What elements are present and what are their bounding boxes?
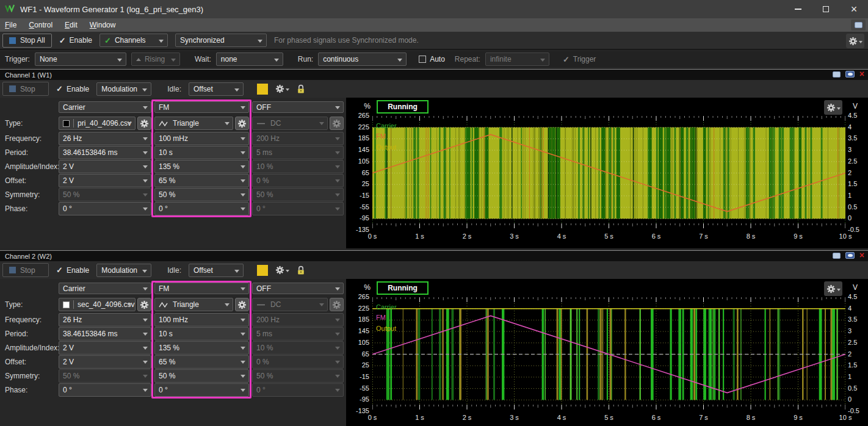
- period-value: 10 s: [159, 148, 173, 157]
- channel-1-controls: Stop ✓ Enable Modulation Idle: Offset: [0, 80, 868, 98]
- time-tick-label: 8 s: [737, 414, 764, 421]
- close-channel-icon[interactable]: ×: [859, 252, 864, 259]
- ch2-off-phase-dropdown: 0 °: [252, 383, 344, 397]
- ch1-carrier-mode-dropdown[interactable]: Carrier: [59, 101, 151, 113]
- enable-checkbox[interactable]: ✓ Enable: [56, 265, 89, 275]
- options-gear-button[interactable]: [846, 34, 864, 48]
- ch1-carrier-frequency-dropdown[interactable]: 26 Hz: [59, 132, 151, 145]
- ch1-fm-frequency-dropdown[interactable]: 100 mHz: [154, 132, 249, 145]
- workspace-button[interactable]: [851, 20, 866, 31]
- plot-settings-button[interactable]: [824, 281, 842, 296]
- ch1-fm-offset-dropdown[interactable]: 65 %: [154, 174, 249, 187]
- ch1-carrier-offset-dropdown[interactable]: 2 V: [59, 174, 151, 187]
- lock-icon[interactable]: [297, 265, 305, 275]
- ch2-fm-symmetry-dropdown[interactable]: 50 %: [154, 369, 249, 383]
- ch2-fm-frequency-dropdown[interactable]: 100 mHz: [154, 313, 249, 327]
- ch2-fm-mode-dropdown[interactable]: FM: [154, 283, 249, 294]
- menu-file[interactable]: File: [5, 21, 16, 29]
- show-plot-icon[interactable]: [845, 252, 855, 259]
- wait-dropdown[interactable]: none: [216, 52, 283, 66]
- ch2-carrier-type-gear-button[interactable]: [137, 298, 151, 311]
- channel-settings-gear-button[interactable]: [275, 84, 289, 93]
- ch2-carrier-amplitude-index-dropdown[interactable]: 2 V: [59, 341, 151, 355]
- mode-dropdown[interactable]: Modulation: [96, 264, 151, 277]
- auto-checkbox[interactable]: Auto: [419, 55, 445, 63]
- idle-dropdown[interactable]: Offset: [189, 264, 244, 277]
- stop-label: Stop: [20, 266, 35, 275]
- gear-icon: [275, 84, 284, 93]
- ch1-fm-type-gear-button[interactable]: [235, 117, 249, 130]
- ch2-carrier-mode-dropdown[interactable]: Carrier: [59, 283, 151, 294]
- svg-text:FM: FM: [376, 314, 386, 321]
- percent-tick-label: 225: [346, 305, 369, 312]
- ch1-fm-type-dropdown[interactable]: Triangle: [154, 117, 233, 130]
- channel-2-waveform-plot[interactable]: %RunningV2652251851451056525-15-55-95-13…: [346, 279, 868, 426]
- channel-1-waveform-plot[interactable]: %RunningV2652251851451056525-15-55-95-13…: [346, 98, 868, 248]
- amplitude-index-value: 135 %: [159, 344, 179, 352]
- channel-color-swatch[interactable]: [257, 84, 268, 95]
- amplitude-index-value: 2 V: [63, 344, 74, 352]
- menu-window[interactable]: Window: [90, 21, 116, 29]
- channel-color-swatch[interactable]: [257, 265, 268, 276]
- ch1-carrier-type-dropdown[interactable]: pri_40_4096.csv: [59, 117, 136, 130]
- trigger-source-dropdown[interactable]: None: [35, 52, 126, 66]
- ch1-carrier-amplitude-index-dropdown[interactable]: 2 V: [59, 160, 151, 173]
- symmetry-value: 50 %: [256, 372, 273, 380]
- ch2-carrier-offset-dropdown[interactable]: 2 V: [59, 355, 151, 369]
- lock-icon[interactable]: [297, 84, 305, 94]
- ch2-off-frequency-dropdown: 200 Hz: [252, 313, 344, 327]
- gear-icon: [826, 103, 836, 112]
- waveform-canvas[interactable]: CarrierFMOutput: [372, 297, 845, 413]
- float-window-icon[interactable]: [833, 253, 841, 259]
- menu-edit[interactable]: Edit: [65, 21, 78, 29]
- close-button[interactable]: ×: [840, 0, 868, 18]
- mode-dropdown[interactable]: Modulation: [96, 82, 151, 96]
- menu-control[interactable]: Control: [29, 21, 52, 29]
- ch2-carrier-type-dropdown[interactable]: sec_40_4096.csv: [59, 298, 136, 311]
- show-plot-icon[interactable]: [845, 71, 855, 78]
- ch2-off-mode-dropdown[interactable]: OFF: [252, 283, 344, 294]
- ch2-fm-amplitude-index-dropdown[interactable]: 135 %: [154, 341, 249, 355]
- ch2-fm-period-dropdown[interactable]: 10 s: [154, 327, 249, 341]
- waveform-canvas[interactable]: CarrierFMOutput: [372, 116, 845, 232]
- channels-dropdown[interactable]: ✓ Channels: [99, 34, 168, 47]
- enable-checkbox[interactable]: ✓ Enable: [56, 84, 89, 93]
- idle-dropdown[interactable]: Offset: [189, 82, 244, 96]
- ch2-carrier-frequency-dropdown[interactable]: 26 Hz: [59, 313, 151, 327]
- enable-all-checkbox[interactable]: ✓ Enable: [59, 36, 92, 45]
- percent-unit-label: %: [353, 283, 371, 292]
- percent-tick-label: 145: [346, 327, 369, 334]
- waveform-generator-window: WF1 - Waveform Generator 1 (log_6_pri_se…: [0, 0, 868, 426]
- ch1-off-mode-dropdown[interactable]: OFF: [252, 101, 344, 113]
- ch1-carrier-period-dropdown[interactable]: 38.46153846 ms: [59, 146, 151, 159]
- float-window-icon[interactable]: [833, 71, 841, 78]
- ch1-fm-mode-dropdown[interactable]: FM: [154, 101, 249, 113]
- trigger-checkbox[interactable]: ✓ Trigger: [563, 55, 596, 64]
- ch2-fm-type-dropdown[interactable]: Triangle: [154, 298, 233, 311]
- menubar: FileControlEditWindow: [0, 18, 868, 32]
- channels-dropdown-label: Channels: [115, 36, 146, 45]
- amplitude-index-value: 2 V: [63, 162, 74, 171]
- ch2-carrier-phase-dropdown[interactable]: 0 °: [59, 383, 151, 397]
- ch1-fm-symmetry-dropdown[interactable]: 50 %: [154, 188, 249, 201]
- ch2-fm-type-gear-button[interactable]: [235, 298, 249, 311]
- sync-mode-dropdown[interactable]: Synchronized: [175, 34, 267, 47]
- channel-settings-gear-button[interactable]: [275, 265, 289, 275]
- ch2-fm-offset-dropdown[interactable]: 65 %: [154, 355, 249, 369]
- ch1-carrier-type-gear-button[interactable]: [137, 117, 151, 130]
- percent-tick-label: 105: [346, 157, 369, 165]
- close-channel-icon[interactable]: ×: [859, 71, 864, 78]
- minimize-button[interactable]: [784, 0, 812, 18]
- repeat-dropdown: infinite: [485, 52, 549, 66]
- ch2-carrier-period-dropdown[interactable]: 38.46153846 ms: [59, 327, 151, 341]
- ch2-fm-phase-dropdown[interactable]: 0 °: [154, 383, 249, 397]
- run-dropdown[interactable]: continuous: [318, 52, 407, 66]
- ch1-fm-period-dropdown[interactable]: 10 s: [154, 146, 249, 159]
- stop-all-button[interactable]: Stop All: [2, 34, 52, 48]
- svg-text:Output: Output: [376, 143, 396, 151]
- maximize-button[interactable]: [812, 0, 840, 18]
- ch1-fm-amplitude-index-dropdown[interactable]: 135 %: [154, 160, 249, 173]
- plot-settings-button[interactable]: [824, 100, 842, 115]
- ch1-carrier-phase-dropdown[interactable]: 0 °: [59, 202, 151, 215]
- ch1-fm-phase-dropdown[interactable]: 0 °: [154, 202, 249, 215]
